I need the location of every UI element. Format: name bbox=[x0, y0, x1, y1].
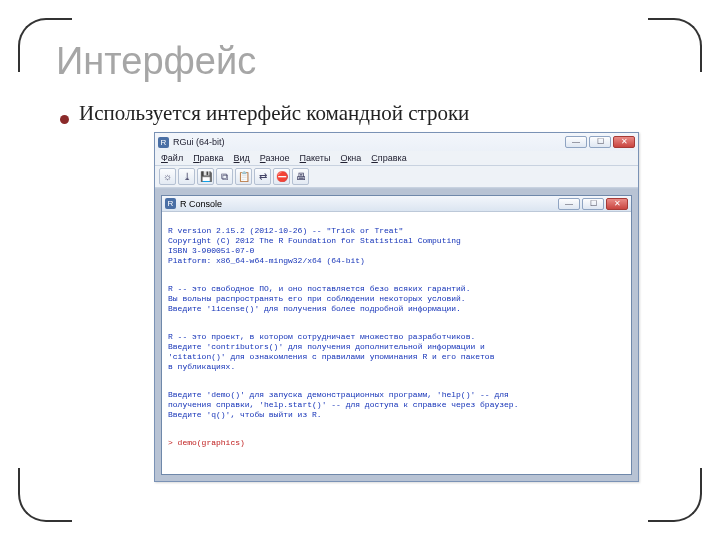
bullet-text: Используется интерфейс командной строки bbox=[79, 101, 469, 126]
bullet-icon bbox=[60, 115, 69, 124]
rgui-window: R RGui (64-bit) — ☐ ✕ Файл Правка Вид Ра… bbox=[154, 132, 639, 482]
console-minimize-button[interactable]: — bbox=[558, 198, 580, 210]
console-title: R Console bbox=[180, 199, 222, 209]
close-button[interactable]: ✕ bbox=[613, 136, 635, 148]
console-app-icon: R bbox=[165, 198, 176, 209]
console-body[interactable]: R version 2.15.2 (2012-10-26) -- "Trick … bbox=[162, 212, 631, 474]
titlebar[interactable]: R RGui (64-bit) — ☐ ✕ bbox=[155, 133, 638, 151]
window-buttons: — ☐ ✕ bbox=[565, 136, 635, 148]
menu-windows[interactable]: Окна bbox=[340, 153, 361, 163]
open-icon[interactable]: ☼ bbox=[159, 168, 176, 185]
console-window-buttons: — ☐ ✕ bbox=[558, 198, 628, 210]
corner-decoration bbox=[18, 18, 72, 72]
app-icon: R bbox=[158, 137, 169, 148]
copy-paste-icon[interactable]: ⇄ bbox=[254, 168, 271, 185]
toolbar: ☼ ⤓ 💾 ⧉ 📋 ⇄ ⛔ 🖶 bbox=[155, 166, 638, 188]
console-text: R version 2.15.2 (2012-10-26) -- "Trick … bbox=[168, 226, 625, 266]
minimize-button[interactable]: — bbox=[565, 136, 587, 148]
console-close-button[interactable]: ✕ bbox=[606, 198, 628, 210]
console-text: R -- это свободное ПО, и оно поставляетс… bbox=[168, 284, 625, 314]
console-text: Введите 'demo()' для запуска демонстраци… bbox=[168, 390, 625, 420]
slide-title: Интерфейс bbox=[56, 40, 680, 83]
paste-icon[interactable]: 📋 bbox=[235, 168, 252, 185]
load-icon[interactable]: ⤓ bbox=[178, 168, 195, 185]
corner-decoration bbox=[18, 468, 72, 522]
menubar: Файл Правка Вид Разное Пакеты Окна Справ… bbox=[155, 151, 638, 166]
corner-decoration bbox=[648, 468, 702, 522]
print-icon[interactable]: 🖶 bbox=[292, 168, 309, 185]
slide: Интерфейс Используется интерфейс командн… bbox=[0, 0, 720, 540]
console-text: R -- это проект, в котором сотрудничает … bbox=[168, 332, 625, 372]
window-chrome: R RGui (64-bit) — ☐ ✕ Файл Правка Вид Ра… bbox=[155, 133, 638, 189]
console-maximize-button[interactable]: ☐ bbox=[582, 198, 604, 210]
menu-help[interactable]: Справка bbox=[371, 153, 406, 163]
copy-icon[interactable]: ⧉ bbox=[216, 168, 233, 185]
console-prompt[interactable]: > demo(graphics) bbox=[168, 438, 625, 448]
console-titlebar[interactable]: R R Console — ☐ ✕ bbox=[162, 196, 631, 212]
menu-edit[interactable]: Правка bbox=[193, 153, 223, 163]
stop-icon[interactable]: ⛔ bbox=[273, 168, 290, 185]
menu-view[interactable]: Вид bbox=[234, 153, 250, 163]
menu-misc[interactable]: Разное bbox=[260, 153, 290, 163]
maximize-button[interactable]: ☐ bbox=[589, 136, 611, 148]
menu-packages[interactable]: Пакеты bbox=[300, 153, 331, 163]
window-title: RGui (64-bit) bbox=[173, 137, 225, 147]
bullet-item: Используется интерфейс командной строки bbox=[60, 101, 680, 126]
save-icon[interactable]: 💾 bbox=[197, 168, 214, 185]
corner-decoration bbox=[648, 18, 702, 72]
mdi-area: R R Console — ☐ ✕ R version 2.15.2 (2012… bbox=[155, 189, 638, 481]
menu-file[interactable]: Файл bbox=[161, 153, 183, 163]
console-window: R R Console — ☐ ✕ R version 2.15.2 (2012… bbox=[161, 195, 632, 475]
